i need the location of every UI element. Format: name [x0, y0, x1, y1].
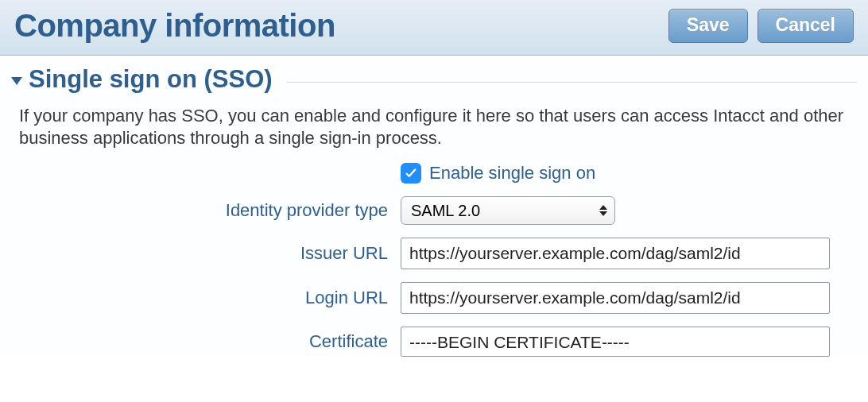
section-description: If your company has SSO, you can enable … — [19, 105, 849, 149]
page-title: Company information — [14, 8, 335, 44]
header-bar: Company information Save Cancel — [0, 0, 868, 56]
certificate-row: Certificate — [11, 327, 857, 357]
certificate-input[interactable] — [401, 327, 830, 357]
login-url-input[interactable] — [401, 282, 830, 314]
header-buttons: Save Cancel — [668, 9, 854, 43]
section-title: Single sign on (SSO) — [29, 65, 273, 94]
idp-type-row: Identity provider type SAML 2.0 — [11, 196, 857, 225]
idp-type-select[interactable]: SAML 2.0 — [401, 196, 615, 225]
enable-sso-label: Enable single sign on — [429, 163, 595, 184]
save-button[interactable]: Save — [668, 9, 748, 43]
issuer-url-row: Issuer URL — [11, 238, 857, 269]
certificate-label: Certificate — [11, 331, 401, 352]
idp-type-label: Identity provider type — [11, 200, 401, 221]
checkmark-icon — [404, 166, 418, 180]
login-url-label: Login URL — [11, 288, 401, 308]
enable-sso-checkbox[interactable] — [401, 163, 421, 184]
cancel-button[interactable]: Cancel — [758, 9, 854, 43]
issuer-url-input[interactable] — [401, 238, 830, 269]
content-area: Single sign on (SSO) If your company has… — [0, 56, 868, 357]
disclosure-triangle-icon[interactable] — [11, 77, 22, 85]
enable-sso-row: Enable single sign on — [11, 163, 857, 184]
section-legend: Single sign on (SSO) — [11, 65, 857, 94]
issuer-url-label: Issuer URL — [11, 243, 401, 264]
login-url-row: Login URL — [11, 282, 857, 314]
